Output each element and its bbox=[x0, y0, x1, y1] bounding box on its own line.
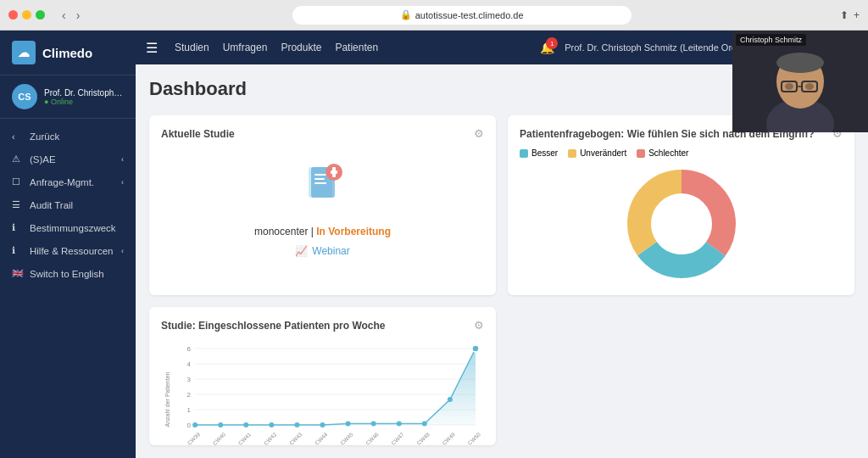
svg-point-32 bbox=[346, 422, 351, 427]
svg-text:CW48: CW48 bbox=[415, 431, 431, 446]
chevron-left-icon: ‹ bbox=[121, 155, 124, 164]
list-icon: ☰ bbox=[12, 199, 24, 210]
sidebar-item-sae[interactable]: ⚠ (S)AE ‹ bbox=[0, 148, 136, 170]
nav-umfragen[interactable]: Umfragen bbox=[223, 38, 268, 57]
sidebar-item-label: Anfrage-Mgmt. bbox=[30, 177, 94, 187]
card-settings-icon[interactable]: ⚙ bbox=[474, 127, 484, 140]
legend-dot-besser bbox=[520, 149, 528, 158]
legend-item-schlechter: Schlechter bbox=[637, 148, 688, 158]
svg-point-11 bbox=[654, 197, 709, 251]
sidebar-item-label: Switch to English bbox=[30, 269, 104, 279]
user-name: Prof. Dr. Christoph Schm... bbox=[44, 88, 124, 98]
address-bar[interactable]: 🔒 autotissue-test.climedo.de bbox=[292, 6, 632, 25]
sidebar: ☁ Climedo CS Prof. Dr. Christoph Schm...… bbox=[0, 31, 136, 458]
svg-text:CW43: CW43 bbox=[288, 431, 303, 446]
dashboard-grid: Aktuelle Studie ⚙ bbox=[149, 115, 854, 445]
info-icon: ℹ bbox=[12, 222, 24, 233]
lock-icon: 🔒 bbox=[400, 9, 412, 20]
card-header: Aktuelle Studie ⚙ bbox=[161, 127, 484, 140]
share-icon[interactable]: ⬆ bbox=[840, 9, 849, 21]
user-info: Prof. Dr. Christoph Schm... ● Online bbox=[44, 88, 124, 106]
nav-studien[interactable]: Studien bbox=[175, 38, 209, 57]
sidebar-logo: ☁ Climedo bbox=[0, 31, 136, 75]
svg-text:CW46: CW46 bbox=[364, 431, 380, 446]
svg-text:CW39: CW39 bbox=[186, 431, 201, 446]
sidebar-item-audit-trail[interactable]: ☰ Audit Trail bbox=[0, 193, 136, 216]
minimize-dot[interactable] bbox=[22, 10, 31, 20]
sidebar-item-bestimmungszweck[interactable]: ℹ Bestimmungszweck bbox=[0, 216, 136, 239]
svg-rect-7 bbox=[332, 167, 336, 177]
legend-item-besser: Besser bbox=[520, 148, 558, 158]
browser-dots bbox=[8, 10, 45, 20]
webcam-video bbox=[732, 31, 868, 132]
sidebar-item-label: Hilfe & Ressourcen bbox=[30, 246, 113, 256]
legend-dot-schlechter bbox=[637, 149, 645, 158]
user-initials: CS bbox=[18, 92, 31, 102]
sidebar-item-label: Audit Trail bbox=[30, 200, 73, 210]
study-illustration bbox=[293, 157, 353, 216]
url-text: autotissue-test.climedo.de bbox=[415, 10, 524, 20]
svg-text:4: 4 bbox=[187, 360, 192, 368]
svg-text:CW49: CW49 bbox=[441, 431, 456, 446]
study-name: monocenter | In Vorbereitung bbox=[254, 226, 391, 237]
card-header: Studie: Eingeschlossene Patienten pro Wo… bbox=[161, 319, 484, 332]
svg-text:CW40: CW40 bbox=[212, 431, 227, 446]
study-status: In Vorbereitung bbox=[316, 226, 391, 237]
svg-text:Anzahl der Patienten: Anzahl der Patienten bbox=[164, 371, 170, 427]
top-nav-items: Studien Umfragen Produkte Patienten bbox=[175, 38, 378, 57]
svg-point-26 bbox=[192, 422, 198, 427]
hamburger-icon[interactable]: ☰ bbox=[146, 40, 158, 56]
sidebar-item-zuruck[interactable]: ‹ Zurück bbox=[0, 126, 136, 148]
chevron-left-icon: ‹ bbox=[121, 247, 124, 255]
legend-label-unveraendert: Unverändert bbox=[580, 148, 626, 158]
svg-text:CW47: CW47 bbox=[390, 431, 405, 446]
legend-label-besser: Besser bbox=[531, 148, 558, 158]
legend-item-unveraendert: Unverändert bbox=[568, 148, 626, 158]
donut-chart bbox=[614, 165, 749, 283]
back-button[interactable]: ‹ bbox=[58, 7, 70, 24]
sidebar-item-hilfe[interactable]: ℹ Hilfe & Ressourcen ‹ bbox=[0, 239, 136, 262]
svg-point-33 bbox=[371, 422, 376, 427]
line-chart: 0 1 2 3 4 6 Anzahl der Patienten bbox=[161, 340, 484, 450]
svg-point-31 bbox=[320, 422, 325, 427]
svg-text:CW41: CW41 bbox=[237, 431, 253, 446]
donut-chart-container bbox=[520, 165, 843, 283]
sidebar-item-anfrage[interactable]: ☐ Anfrage-Mgmt. ‹ bbox=[0, 170, 136, 193]
line-chart-container: 0 1 2 3 4 6 Anzahl der Patienten bbox=[161, 340, 484, 433]
nav-patienten[interactable]: Patienten bbox=[335, 38, 378, 57]
notification-badge: 1 bbox=[546, 37, 558, 49]
svg-text:CW45: CW45 bbox=[339, 431, 354, 446]
sidebar-item-label: Bestimmungszweck bbox=[30, 223, 116, 233]
svg-marker-25 bbox=[195, 349, 476, 425]
svg-point-37 bbox=[472, 345, 479, 352]
svg-text:0: 0 bbox=[187, 422, 192, 429]
svg-point-34 bbox=[397, 422, 402, 427]
flag-icon: 🇬🇧 bbox=[12, 268, 24, 279]
close-dot[interactable] bbox=[8, 10, 18, 20]
form-icon: ☐ bbox=[12, 176, 24, 187]
svg-point-35 bbox=[422, 422, 427, 427]
logo-symbol: ☁ bbox=[18, 46, 30, 59]
svg-point-58 bbox=[805, 83, 814, 90]
sidebar-item-switch-english[interactable]: 🇬🇧 Switch to English bbox=[0, 262, 136, 285]
maximize-dot[interactable] bbox=[36, 10, 45, 20]
svg-rect-4 bbox=[314, 182, 326, 184]
donut-legend: Besser Unverändert Schlechter bbox=[520, 148, 843, 158]
notification-button[interactable]: 🔔 1 bbox=[540, 41, 554, 54]
patient-questionnaire-card: Patientenfragebogen: Wie fühlen Sie sich… bbox=[508, 115, 854, 295]
browser-chrome: ‹ › 🔒 autotissue-test.climedo.de ⬆ + bbox=[0, 0, 868, 31]
add-tab-icon[interactable]: + bbox=[854, 9, 860, 21]
forward-button[interactable]: › bbox=[73, 7, 84, 24]
svg-text:6: 6 bbox=[187, 345, 192, 353]
user-avatar: CS bbox=[12, 84, 37, 109]
study-type: 📈 Webinar bbox=[295, 245, 349, 257]
logo-icon: ☁ bbox=[12, 41, 36, 64]
nav-produkte[interactable]: Produkte bbox=[281, 38, 321, 57]
sidebar-user[interactable]: CS Prof. Dr. Christoph Schm... ● Online bbox=[0, 75, 136, 119]
svg-point-28 bbox=[243, 422, 248, 427]
svg-text:1: 1 bbox=[187, 406, 192, 414]
svg-text:2: 2 bbox=[187, 391, 192, 399]
card-settings-icon[interactable]: ⚙ bbox=[474, 319, 484, 332]
svg-text:3: 3 bbox=[187, 376, 192, 383]
svg-text:CW44: CW44 bbox=[314, 431, 329, 446]
